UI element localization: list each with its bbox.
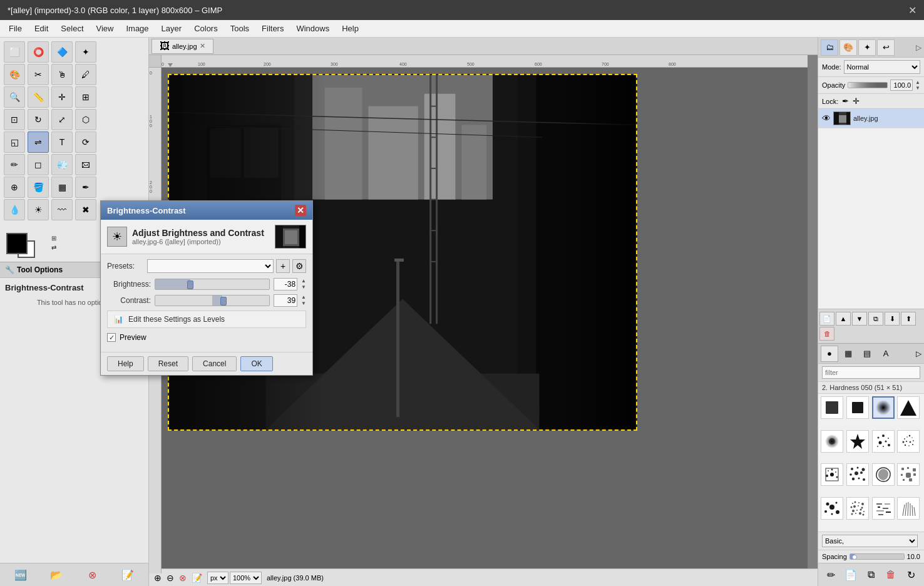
tool-shear[interactable]: ⬡: [75, 109, 96, 130]
opacity-value[interactable]: 100.0: [890, 80, 913, 91]
tool-clone[interactable]: 🖂: [75, 154, 96, 175]
brightness-thumb[interactable]: [187, 280, 193, 289]
brush-item[interactable]: [872, 430, 895, 453]
brushes-new-icon[interactable]: 📄: [842, 566, 860, 583]
menu-select[interactable]: Select: [54, 21, 90, 36]
tool-heal[interactable]: ⊕: [4, 177, 25, 198]
brush-item[interactable]: [846, 463, 869, 486]
reset-colors-icon[interactable]: ⊞: [51, 235, 56, 242]
menu-file[interactable]: File: [3, 21, 28, 36]
preview-checkbox[interactable]: ✓: [107, 333, 116, 342]
edit-levels-button[interactable]: 📊 Edit these Settings as Levels: [107, 311, 306, 328]
fonts-tab-icon[interactable]: A: [877, 346, 895, 362]
script-icon[interactable]: 📝: [119, 566, 136, 583]
brightness-slider[interactable]: [155, 279, 270, 290]
brush-item[interactable]: [846, 430, 869, 453]
tool-rotate[interactable]: ↻: [28, 109, 49, 130]
tool-gradient[interactable]: ▦: [51, 177, 73, 198]
open-image-icon[interactable]: 📂: [48, 566, 65, 583]
tool-ellipse-select[interactable]: ⭕: [28, 41, 49, 63]
undo-tab-icon[interactable]: ↩: [877, 39, 895, 56]
brushes-panel-arrow[interactable]: ▷: [916, 349, 921, 358]
manage-preset-button[interactable]: ⚙: [292, 259, 306, 273]
unit-select[interactable]: px: [207, 572, 228, 584]
menu-edit[interactable]: Edit: [28, 21, 54, 36]
tool-measure[interactable]: 📏: [28, 86, 49, 108]
brush-item[interactable]: [872, 463, 895, 486]
tool-free-select[interactable]: 🔷: [51, 41, 73, 63]
brush-category-select[interactable]: Basic,: [822, 535, 918, 547]
brush-item[interactable]: [821, 396, 843, 419]
tool-align[interactable]: ⊞: [75, 86, 96, 108]
paths-tab-icon[interactable]: ✦: [858, 39, 876, 56]
zoom-control[interactable]: px 100% 50% 200%: [207, 572, 262, 584]
tool-rectangle-select[interactable]: ⬜: [4, 41, 25, 63]
dialog-titlebar[interactable]: Brightness-Contrast ✕: [101, 201, 312, 220]
reset-button[interactable]: Reset: [148, 356, 188, 371]
tool-fuzzy-select[interactable]: ✦: [75, 41, 96, 63]
close-button[interactable]: ✕: [908, 4, 916, 16]
lower-layer-button[interactable]: ▼: [852, 312, 867, 326]
status-icon-1[interactable]: ⊕: [154, 573, 162, 583]
brush-item[interactable]: [821, 497, 843, 520]
menu-colors[interactable]: Colors: [188, 21, 224, 36]
brushes-delete-icon[interactable]: 🗑: [882, 566, 900, 583]
tool-paths[interactable]: 🖊: [75, 64, 96, 85]
tool-airbrush[interactable]: 💨: [51, 154, 73, 175]
contrast-thumb[interactable]: [220, 297, 227, 306]
brush-item[interactable]: [897, 430, 920, 453]
menu-tools[interactable]: Tools: [224, 21, 255, 36]
opacity-slider[interactable]: [848, 82, 888, 88]
tab-close-icon[interactable]: ✕: [200, 42, 205, 50]
status-icon-3[interactable]: ⊗: [179, 573, 187, 583]
channels-tab-icon[interactable]: 🎨: [839, 39, 857, 56]
brushes-duplicate-icon[interactable]: ⧉: [862, 566, 880, 583]
dialog-close-button[interactable]: ✕: [295, 205, 306, 216]
tool-move[interactable]: ✛: [51, 86, 73, 108]
lock-pixels-icon[interactable]: ✒: [842, 96, 849, 106]
error-icon[interactable]: ⊗: [83, 566, 101, 583]
brush-item[interactable]: [821, 463, 843, 486]
tool-perspective[interactable]: ◱: [4, 131, 25, 153]
zoom-select[interactable]: 100% 50% 200%: [230, 572, 262, 584]
raise-layer-button[interactable]: ▲: [836, 312, 851, 326]
status-icon-4[interactable]: 📝: [192, 573, 202, 583]
tool-transform[interactable]: ⟳: [75, 131, 96, 153]
contrast-slider[interactable]: [155, 295, 270, 306]
gradients-tab-icon[interactable]: ▤: [858, 346, 876, 362]
layer-item[interactable]: 👁 alley.jpg: [818, 109, 924, 128]
menu-help[interactable]: Help: [336, 21, 365, 36]
brush-item[interactable]: [897, 396, 920, 419]
swap-colors-icon[interactable]: ⇄: [51, 244, 56, 251]
presets-select[interactable]: [147, 259, 274, 273]
tool-text[interactable]: T: [51, 131, 73, 153]
brush-item[interactable]: [872, 497, 895, 520]
contrast-arrows[interactable]: ▲ ▼: [301, 294, 306, 306]
brushes-filter-input[interactable]: [822, 366, 920, 379]
panel-collapse-icon[interactable]: ▷: [916, 43, 921, 52]
brush-item[interactable]: [897, 497, 920, 520]
tool-pencil[interactable]: ✒: [75, 177, 96, 198]
opacity-arrows[interactable]: ▲ ▼: [915, 80, 920, 91]
brushes-refresh-icon[interactable]: ↻: [902, 566, 920, 583]
brushes-tab-icon[interactable]: ●: [821, 346, 838, 362]
menu-filters[interactable]: Filters: [255, 21, 290, 36]
status-icon-2[interactable]: ⊖: [167, 573, 174, 583]
brush-item[interactable]: [846, 396, 869, 419]
brush-item[interactable]: [897, 463, 920, 486]
duplicate-layer-button[interactable]: ⧉: [868, 312, 883, 326]
tool-by-color-select[interactable]: 🎨: [4, 64, 25, 85]
tool-bucket-fill[interactable]: 🪣: [28, 177, 49, 198]
menu-layer[interactable]: Layer: [155, 21, 188, 36]
tool-paint[interactable]: ✏: [4, 154, 25, 175]
menu-image[interactable]: Image: [120, 21, 155, 36]
brush-item[interactable]: [846, 497, 869, 520]
tool-blur[interactable]: 💧: [4, 199, 25, 220]
tool-foreground-select[interactable]: 🖱: [51, 64, 73, 85]
help-button[interactable]: Help: [107, 356, 144, 371]
cancel-button[interactable]: Cancel: [192, 356, 237, 371]
mode-select[interactable]: Normal Multiply Screen Overlay: [844, 60, 920, 74]
tool-zoom[interactable]: 🔍: [4, 86, 25, 108]
tool-crop[interactable]: ⊡: [4, 109, 25, 130]
merge-down-button[interactable]: ⬇: [885, 312, 900, 326]
